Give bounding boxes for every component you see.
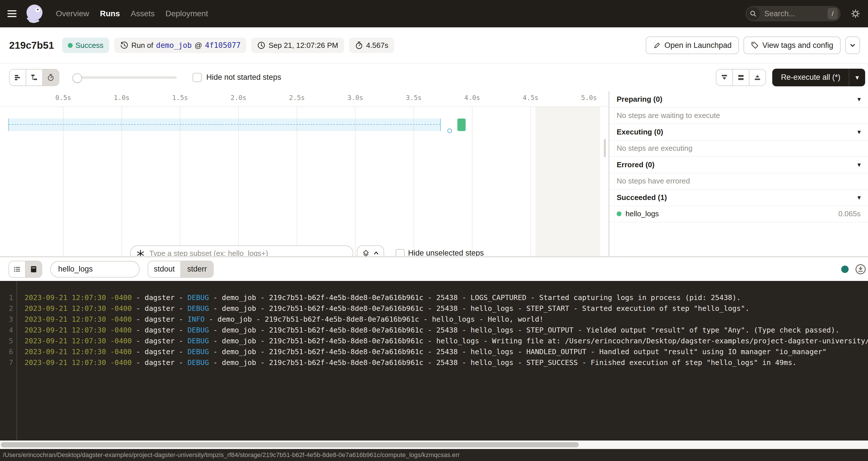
log-line-content: 2023-09-21 12:07:30 -0400 - dagster - IN… [25,314,544,325]
panel-section-label: Errored (0) [617,160,655,169]
nav-tab-overview[interactable]: Overview [56,9,89,18]
reexecute-all-button[interactable]: Re-execute all (*) [772,69,849,86]
log-line-number: 2 [0,303,13,314]
reexecute-options-button[interactable]: ▾ [849,69,865,86]
panel-section-label: Preparing (0) [617,95,662,104]
hamburger-menu-icon[interactable] [7,10,17,17]
log-step-filter-input[interactable] [50,261,140,278]
axis-tick-label: 3.0s [343,94,368,101]
job-link[interactable]: demo_job [156,41,192,50]
log-line-number: 7 [0,357,13,368]
gantt-section: 0.5s1.0s1.5s2.0s2.5s3.0s3.5s4.0s4.5s5.0s [0,91,868,256]
view-tags-config-button[interactable]: View tags and config [743,36,841,54]
log-timestamp: 2023-09-21 12:07:30 -0400 [25,359,132,367]
axis-tick-label: 4.5s [518,94,544,101]
log-line-content: 2023-09-21 12:07:30 -0400 - dagster - DE… [25,292,741,303]
panel-section-header-preparing[interactable]: Preparing (0)▾ [609,91,868,108]
log-timestamp: 2023-09-21 12:07:30 -0400 [25,294,132,302]
collapse-bottom-panel-button[interactable] [716,69,732,86]
log-horizontal-scrollbar[interactable] [0,440,868,449]
header-more-actions-button[interactable] [845,36,860,54]
log-message: - demo_job - 219c7b51-b62f-4e5b-8de8-0e7… [209,337,868,345]
log-logger: - dagster - [132,347,187,356]
log-line: 22023-09-21 12:07:30 -0400 - dagster - D… [0,303,868,314]
tag-icon [751,41,759,49]
timer-icon [355,41,363,50]
gantt-vertical-scrollbar[interactable] [604,139,606,157]
clock-icon [257,41,266,50]
panel-section-header-errored[interactable]: Errored (0)▾ [609,157,868,173]
open-in-launchpad-label: Open in Launchpad [664,41,732,50]
waiting-dashed-line [9,124,440,125]
log-logger: - dagster - [132,359,187,367]
hide-unselected-label: Hide unselected steps [408,249,484,256]
split-panels-button[interactable] [732,69,749,86]
run-of-separator: @ [195,41,202,50]
structured-log-view-button[interactable] [9,261,25,277]
gantt-chart[interactable]: Hide unselected steps [0,107,609,256]
log-line-number: 1 [0,292,13,303]
log-line-number: 3 [0,314,13,325]
nav-tab-assets[interactable]: Assets [131,9,155,18]
stream-toggle-group: stdout stderr [148,261,214,278]
search-input[interactable]: Search... / [745,6,841,21]
step-waiting-band [8,119,441,131]
step-subset-input[interactable] [130,245,353,256]
dagster-logo-icon[interactable] [25,4,44,23]
collapse-top-panel-button[interactable] [749,69,766,86]
log-line-content: 2023-09-21 12:07:30 -0400 - dagster - DE… [25,303,749,314]
download-log-button[interactable] [855,264,866,275]
nav-tab-deployment[interactable]: Deployment [165,9,208,18]
open-in-launchpad-button[interactable]: Open in Launchpad [646,36,739,54]
layers-icon [362,249,370,256]
log-view-mode-group [8,261,42,278]
graph-options-button[interactable] [357,245,384,256]
stdout-toggle[interactable]: stdout [148,261,180,277]
log-hscroll-thumb[interactable] [1,442,579,447]
slider-track[interactable] [76,76,177,79]
snapshot-link[interactable]: 4f105077 [205,41,241,50]
succeeded-step-row[interactable]: hello_logs0.065s [609,206,868,222]
panel-empty-row: No steps are executing [609,141,868,157]
section-caret-icon: ▾ [858,96,861,102]
start-time-label: Sep 21, 12:07:26 PM [269,41,338,50]
gantt-waterfall-view-button[interactable] [26,69,42,86]
stderr-toggle[interactable]: stderr [180,261,213,277]
log-toolbar: stdout stderr [0,257,868,281]
step-marker-circle [447,128,452,133]
nav-right: Search... / [745,6,861,21]
log-logger: - dagster - [132,337,187,345]
chevron-down-icon [849,42,856,49]
log-timestamp: 2023-09-21 12:07:30 -0400 [25,337,132,345]
status-dot-icon [68,43,73,48]
panel-section-header-executing[interactable]: Executing (0)▾ [609,124,868,141]
axis-gridline [472,107,472,256]
axis-tick-label: 2.0s [226,94,251,101]
nav-tab-runs[interactable]: Runs [100,9,120,18]
raw-log-view-button[interactable] [25,261,41,277]
log-line: 32023-09-21 12:07:30 -0400 - dagster - I… [0,314,868,325]
log-line: 12023-09-21 12:07:30 -0400 - dagster - D… [0,292,868,303]
gantt-flat-view-button[interactable] [10,69,26,86]
log-timestamp: 2023-09-21 12:07:30 -0400 [25,347,132,356]
gantt-zoom-slider[interactable] [72,69,177,86]
log-line-content: 2023-09-21 12:07:30 -0400 - dagster - DE… [25,357,797,368]
gantt-timed-view-button[interactable] [42,69,59,86]
start-time-tag: Sep 21, 12:07:26 PM [251,38,344,53]
hide-unselected-checkbox[interactable] [396,249,405,256]
log-level: DEBUG [187,326,209,334]
panel-section-header-succeeded[interactable]: Succeeded (1)▾ [609,189,868,206]
hide-not-started-checkbox[interactable] [193,73,202,82]
step-bar-hello-logs[interactable] [457,119,466,131]
settings-gear-icon[interactable] [850,8,861,19]
axis-tick-label: 0.5s [51,94,76,101]
log-line: 72023-09-21 12:07:30 -0400 - dagster - D… [0,357,868,368]
panel-empty-row: No steps are waiting to execute [609,108,868,124]
slider-thumb[interactable] [72,73,82,83]
log-line-content: 2023-09-21 12:07:30 -0400 - dagster - DE… [25,325,839,336]
dagster-run-page: OverviewRunsAssetsDeployment Search... /… [0,0,868,461]
axis-tick-label: 4.0s [459,94,485,101]
status-bar: /Users/erincochran/Desktop/dagster-examp… [0,449,868,461]
status-badge: Success [62,38,109,53]
panel-layout-group [716,69,766,86]
